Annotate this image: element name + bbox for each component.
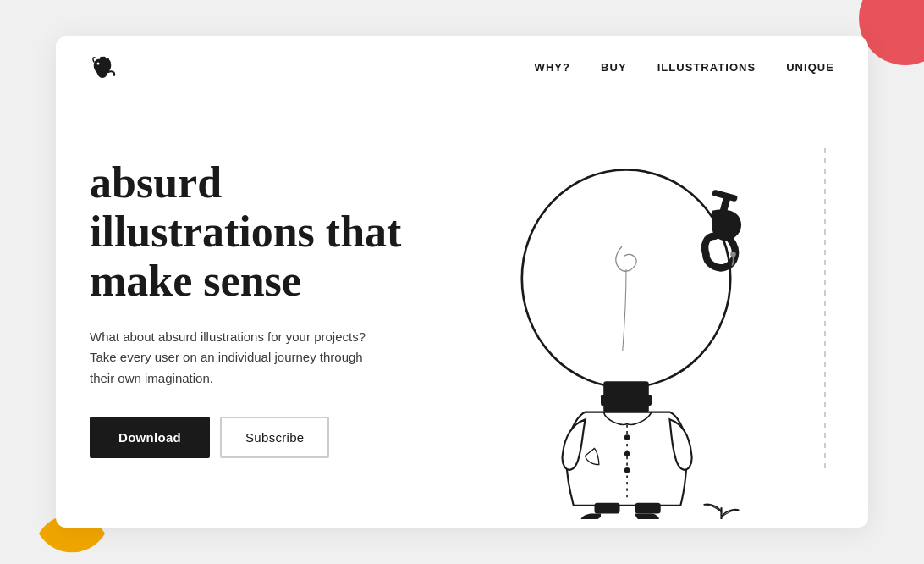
left-section: absurd illustrations that make sense Wha… [90,158,454,458]
dashed-line [824,148,826,468]
logo[interactable] [90,55,122,79]
hero-illustration [448,138,804,519]
hero-title: absurd illustrations that make sense [90,158,454,307]
svg-rect-7 [603,403,649,412]
svg-point-11 [624,467,630,473]
main-card: WHY? BUY ILLUSTRATIONS UNIQUE absurd ill… [56,36,868,528]
illustration-container [454,114,834,502]
deco-red-circle [859,0,924,65]
svg-rect-12 [595,503,620,514]
download-button[interactable]: Download [90,417,210,458]
nav-links: WHY? BUY ILLUSTRATIONS UNIQUE [535,61,834,74]
logo-icon [90,55,122,79]
deco-green-circle [890,110,924,178]
subscribe-button[interactable]: Subscribe [220,417,329,458]
svg-point-9 [624,434,630,440]
nav-illustrations[interactable]: ILLUSTRATIONS [657,61,756,74]
svg-point-4 [730,252,735,257]
nav-unique[interactable]: UNIQUE [786,61,834,74]
nav-why[interactable]: WHY? [535,61,570,74]
svg-rect-13 [635,503,661,514]
main-content: absurd illustrations that make sense Wha… [56,97,868,528]
navbar: WHY? BUY ILLUSTRATIONS UNIQUE [56,36,868,97]
svg-point-10 [624,451,630,456]
nav-buy[interactable]: BUY [601,61,627,74]
svg-point-0 [97,63,100,65]
hero-description: What about absurd illustrations for your… [90,327,377,390]
button-group: Download Subscribe [90,417,454,458]
right-section [454,114,834,502]
